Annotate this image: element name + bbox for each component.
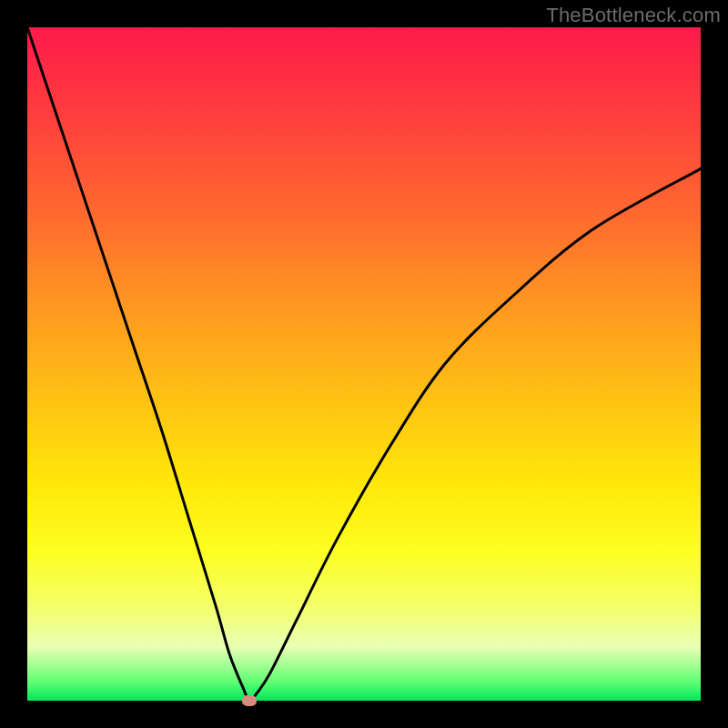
plot-area [27,27,701,701]
watermark-text: TheBottleneck.com [546,4,721,27]
optimal-point-marker [242,695,257,706]
chart-frame: TheBottleneck.com [0,0,728,728]
bottleneck-curve [27,27,701,701]
